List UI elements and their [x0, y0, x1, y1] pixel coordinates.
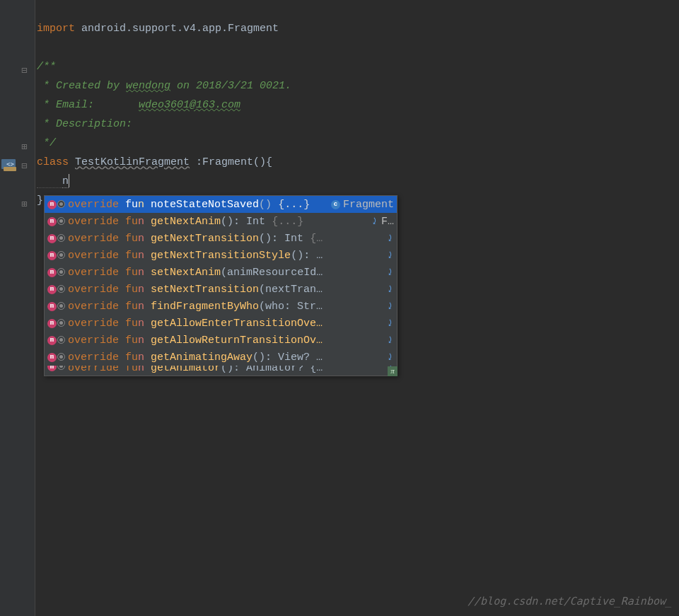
class-name: TestKotlinFragment [75, 156, 190, 168]
method-icon: m [47, 353, 65, 362]
keyword-class: class [37, 156, 69, 168]
autocomplete-item[interactable]: moverride fun getNextAnim(): Int {...}⤸F… [45, 213, 397, 230]
svg-text:<>: <> [6, 161, 14, 168]
super-type: Fragment [202, 156, 253, 168]
method-icon: m [47, 251, 65, 260]
autocomplete-item[interactable]: moverride fun setNextTransition(nextTran… [45, 281, 397, 298]
method-icon: m [47, 319, 65, 328]
autocomplete-type-hint: ⤸F… [366, 216, 394, 228]
doc-comment-open: /** [37, 61, 56, 73]
autocomplete-item[interactable]: moverride fun getAnimatingAway(): View? … [45, 349, 397, 366]
doc-comment-line: * Email: wdeo3601@163.com [37, 99, 240, 111]
method-icon: m [47, 268, 65, 277]
typed-text: n [62, 175, 69, 188]
autocomplete-item[interactable]: moverride fun getAllowEnterTransitionOve… [45, 315, 397, 332]
method-icon: m [47, 217, 65, 226]
autocomplete-type-hint: c Fragment [327, 199, 394, 211]
fold-marker-icon[interactable]: ⊟ [21, 66, 31, 76]
doc-comment-line: * Description: [37, 118, 132, 130]
method-icon: m [47, 366, 65, 371]
doc-comment-close: */ [37, 137, 56, 149]
import-path: android.support.v4.app.Fragment [75, 23, 279, 35]
pi-badge-icon: π [388, 366, 397, 376]
method-icon: m [47, 285, 65, 294]
method-icon: m [47, 336, 65, 345]
autocomplete-popup[interactable]: moverride fun noteStateNotSaved() {...}c… [44, 195, 397, 376]
editor-gutter: ⊟ ⊞ ⊟ ⊞ <> [0, 0, 35, 616]
autocomplete-item[interactable]: moverride fun getAnimator(): Animator? {… [45, 366, 397, 376]
doc-comment-line: * Created by wendong on 2018/3/21 0021. [37, 80, 291, 92]
watermark-text: //blog.csdn.net/Captive_Rainbow_ [468, 595, 672, 608]
autocomplete-item[interactable]: moverride fun findFragmentByWho(who: Str… [45, 298, 397, 315]
method-icon: m [47, 200, 65, 209]
autocomplete-item[interactable]: moverride fun getAllowReturnTransitionOv… [45, 332, 397, 349]
text-cursor [69, 174, 69, 187]
closing-brace: } [37, 194, 43, 207]
autocomplete-item[interactable]: moverride fun noteStateNotSaved() {...}c… [45, 196, 397, 213]
autocomplete-item[interactable]: moverride fun getNextTransition(): Int {… [45, 230, 397, 247]
fold-marker-icon[interactable]: ⊟ [21, 161, 31, 171]
fold-marker-icon[interactable]: ⊞ [21, 142, 31, 152]
keyword-import: import [37, 23, 75, 35]
autocomplete-item[interactable]: moverride fun setNextAnim(animResourceId… [45, 264, 397, 281]
implements-gutter-icon[interactable]: <> [1, 159, 18, 175]
autocomplete-item[interactable]: moverride fun getNextTransitionStyle(): … [45, 247, 397, 264]
method-icon: m [47, 234, 65, 243]
method-icon: m [47, 302, 65, 311]
fold-marker-icon[interactable]: ⊞ [21, 199, 31, 209]
